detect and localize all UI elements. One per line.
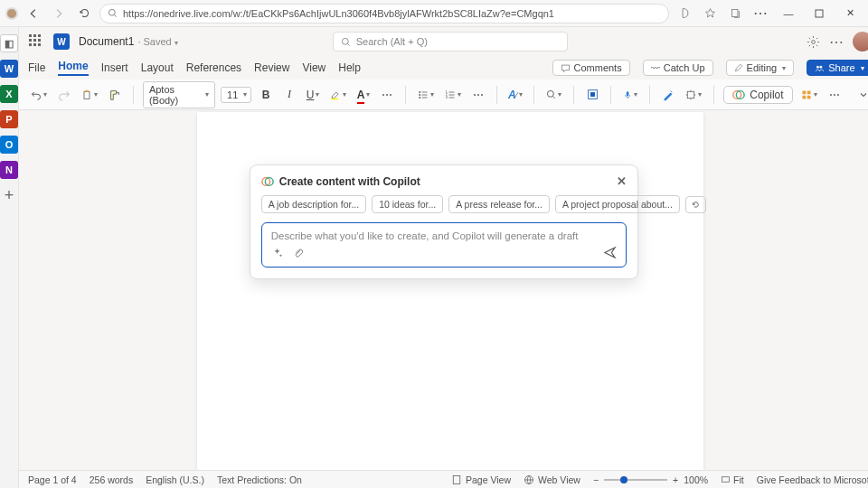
rail-onenote-icon[interactable]: N xyxy=(0,161,18,179)
chip-refresh-button[interactable] xyxy=(685,196,706,213)
forward-button[interactable] xyxy=(49,4,69,23)
attach-icon[interactable] xyxy=(292,247,304,258)
italic-button[interactable]: I xyxy=(280,85,298,105)
browser-chrome: https://onedrive.live.com/w:/t/EaCKkPs6A… xyxy=(0,0,868,27)
paste-button[interactable]: ▾ xyxy=(79,85,100,105)
refresh-button[interactable] xyxy=(74,4,94,23)
word-count[interactable]: 256 words xyxy=(90,474,133,485)
close-button[interactable]: ✕ xyxy=(837,4,863,23)
send-button[interactable] xyxy=(603,246,617,259)
app-launcher-icon[interactable] xyxy=(28,33,44,50)
undo-button[interactable]: ▾ xyxy=(28,85,50,105)
feedback-link[interactable]: Give Feedback to Microsoft xyxy=(757,474,868,485)
search-icon xyxy=(108,8,118,18)
styles-button[interactable]: A⁄▾ xyxy=(506,85,525,105)
profile-icon[interactable] xyxy=(5,7,18,20)
grid-view-button[interactable]: ▾ xyxy=(798,85,820,105)
redo-button[interactable] xyxy=(55,85,73,105)
font-more-icon[interactable]: ⋯ xyxy=(378,85,396,105)
underline-button[interactable]: U▾ xyxy=(304,85,322,105)
editing-button[interactable]: Editing▾ xyxy=(726,60,795,76)
highlight-button[interactable]: ▾ xyxy=(327,85,349,105)
user-avatar[interactable] xyxy=(853,32,868,52)
status-bar: Page 1 of 4 256 words English (U.S.) Tex… xyxy=(19,470,868,488)
minimize-button[interactable]: ― xyxy=(776,4,801,23)
add-ins-button[interactable]: ▾ xyxy=(683,85,704,105)
chip-job-description[interactable]: A job description for... xyxy=(261,195,366,213)
address-bar[interactable]: https://onedrive.live.com/w:/t/EaCKkPs6A… xyxy=(99,4,669,23)
save-status: · Saved ▾ xyxy=(137,36,177,47)
toolbar-more-icon[interactable]: ⋯ xyxy=(826,85,844,105)
bullets-button[interactable]: ▾ xyxy=(415,85,437,105)
collapse-ribbon-icon[interactable] xyxy=(854,85,868,105)
tab-help[interactable]: Help xyxy=(338,61,361,74)
word-icon: W xyxy=(53,33,70,50)
numbering-button[interactable]: 123▾ xyxy=(442,85,464,105)
chip-ideas[interactable]: 10 ideas for... xyxy=(372,195,443,213)
more-icon[interactable]: ⋯ xyxy=(829,33,844,51)
read-aloud-icon[interactable] xyxy=(675,4,694,23)
svg-rect-39 xyxy=(453,475,460,483)
zoom-slider[interactable] xyxy=(604,479,667,481)
editor-button[interactable] xyxy=(659,85,677,105)
share-button[interactable]: Share▾ xyxy=(807,60,868,76)
svg-rect-29 xyxy=(627,91,629,96)
rail-add-icon[interactable]: + xyxy=(5,186,14,205)
settings-icon[interactable] xyxy=(807,35,820,49)
rail-excel-icon[interactable]: X xyxy=(0,85,18,103)
svg-rect-41 xyxy=(722,477,729,483)
copilot-close-button[interactable]: ✕ xyxy=(617,174,627,188)
search-box[interactable]: Search (Alt + Q) xyxy=(333,32,568,52)
tab-references[interactable]: References xyxy=(186,61,241,74)
svg-rect-4 xyxy=(29,34,32,37)
tab-layout[interactable]: Layout xyxy=(141,61,174,74)
font-color-button[interactable]: A▾ xyxy=(354,85,373,105)
page-view-button[interactable]: Page View xyxy=(451,474,511,485)
tab-file[interactable]: File xyxy=(28,61,45,74)
copilot-prompt-input[interactable]: Describe what you'd like to create, and … xyxy=(261,222,627,267)
favorite-icon[interactable] xyxy=(700,4,720,23)
tab-insert[interactable]: Insert xyxy=(101,61,128,74)
bold-button[interactable]: B xyxy=(257,85,275,105)
copilot-ribbon-button[interactable]: Copilot xyxy=(723,86,792,104)
rail-home-icon[interactable]: ◧ xyxy=(0,34,18,52)
catch-up-button[interactable]: 〰Catch Up xyxy=(643,60,713,76)
tab-home[interactable]: Home xyxy=(58,60,88,76)
page-info[interactable]: Page 1 of 4 xyxy=(28,474,77,485)
dictate-button[interactable]: ▾ xyxy=(620,85,640,105)
back-button[interactable] xyxy=(24,4,43,23)
rail-word-icon[interactable]: W xyxy=(0,60,18,78)
fit-button[interactable]: Fit xyxy=(721,474,744,485)
designer-button[interactable] xyxy=(583,85,601,105)
document-name[interactable]: Document1 · Saved ▾ xyxy=(79,35,178,48)
language[interactable]: English (U.S.) xyxy=(146,474,204,485)
web-view-button[interactable]: Web View xyxy=(524,474,580,485)
font-name-select[interactable]: Aptos (Body)▾ xyxy=(143,81,215,108)
comments-button[interactable]: Comments xyxy=(552,60,630,76)
text-predictions[interactable]: Text Predictions: On xyxy=(217,474,302,485)
font-size-select[interactable]: 11▾ xyxy=(221,87,251,103)
zoom-control[interactable]: − + 100% xyxy=(593,474,708,485)
svg-point-1 xyxy=(108,9,115,15)
document-page[interactable]: Create content with Copilot ✕ A job desc… xyxy=(197,112,703,470)
sparkle-icon[interactable] xyxy=(271,247,283,258)
zoom-in-button[interactable]: + xyxy=(673,474,678,485)
document-canvas[interactable]: Create content with Copilot ✕ A job desc… xyxy=(19,110,868,470)
tab-review[interactable]: Review xyxy=(254,61,289,74)
svg-rect-33 xyxy=(802,90,806,94)
rail-powerpoint-icon[interactable]: P xyxy=(0,110,18,128)
browser-menu-icon[interactable]: ⋯ xyxy=(750,4,770,23)
rail-outlook-icon[interactable]: O xyxy=(0,136,18,154)
maximize-button[interactable] xyxy=(807,4,832,23)
search-placeholder: Search (Alt + Q) xyxy=(356,36,428,47)
paragraph-more-icon[interactable]: ⋯ xyxy=(469,85,487,105)
chip-press-release[interactable]: A press release for... xyxy=(448,195,550,213)
chip-proposal[interactable]: A project proposal about... xyxy=(555,195,680,213)
zoom-level[interactable]: 100% xyxy=(684,474,708,485)
ribbon-toolbar: ▾ ▾ Aptos (Body)▾ 11▾ B I U▾ ▾ A▾ ⋯ ▾ 12… xyxy=(19,80,868,110)
zoom-out-button[interactable]: − xyxy=(593,474,599,485)
format-painter-button[interactable] xyxy=(106,85,124,105)
find-button[interactable]: ▾ xyxy=(543,85,564,105)
tab-view[interactable]: View xyxy=(302,61,326,74)
collections-icon[interactable] xyxy=(725,4,745,23)
